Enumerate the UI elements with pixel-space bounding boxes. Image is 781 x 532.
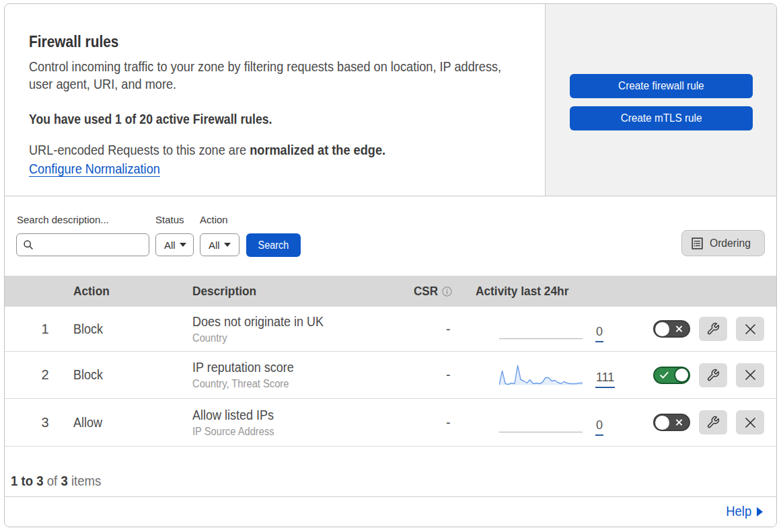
chevron-down-icon [180,243,186,247]
status-dropdown-value: All [164,239,176,251]
delete-rule-button[interactable] [736,410,764,434]
create-firewall-rule-button[interactable]: Create firewall rule [570,74,753,98]
rule-index: 1 [5,321,73,337]
rule-action: Allow [73,415,180,430]
check-icon [660,371,669,379]
items-word: items [71,473,101,488]
normalization-text: URL-encoded Requests to this zone are [29,142,246,157]
search-button[interactable]: Search [246,233,301,257]
activity-count-link[interactable]: 0 [595,325,603,342]
rule-csr-value: - [398,415,478,430]
edit-rule-button[interactable] [699,410,727,434]
rule-index: 2 [5,367,73,383]
header-text-block: Firewall rules Control incoming traffic … [5,4,546,196]
x-icon [675,326,683,333]
rule-controls-cell [635,317,776,341]
create-mtls-rule-label: Create mTLS rule [621,112,702,125]
close-icon [744,416,757,429]
activity-count-link[interactable]: 111 [595,371,615,388]
toggle-knob [655,416,669,430]
rule-activity-cell: 0 [478,410,635,436]
rule-description-cell: Allow listed IPs IP Source Address [192,407,398,439]
activity-sparkline [499,317,583,340]
table-header-csr: CSR [398,284,478,299]
table-header-row: Action Description CSR Activity last 24h… [5,276,776,307]
items-of: of [47,473,58,488]
action-dropdown[interactable]: All [200,233,239,256]
toggle-knob [655,322,669,336]
page-title: Firewall rules [29,32,118,52]
rule-index: 3 [5,415,73,430]
rule-enabled-toggle[interactable] [653,320,690,338]
create-actions-panel: Create firewall rule Create mTLS rule [545,4,776,196]
rule-enabled-toggle[interactable] [653,367,690,384]
x-icon [675,419,683,426]
table-header-action: Action [73,284,182,299]
rule-controls-cell [635,410,776,434]
rule-description-cell: Does not originate in UK Country [192,313,398,345]
usage-summary: You have used 1 of 20 active Firewall ru… [29,110,272,128]
items-count: 1 to 3 of 3 items [11,473,101,489]
search-box [16,233,149,256]
wrench-icon [706,322,720,336]
rule-description-cell: IP reputation score Country, Threat Scor… [192,359,398,391]
pagination-section: 1 to 3 of 3 items [5,447,776,497]
rule-description: IP reputation score [192,359,377,375]
wrench-icon [706,369,720,382]
chevron-down-icon [224,243,231,247]
edit-rule-button[interactable] [699,363,727,387]
rule-enabled-toggle[interactable] [653,414,690,431]
toggle-knob [675,369,688,381]
rule-action: Block [73,321,180,337]
rule-description: Allow listed IPs [192,407,377,423]
status-label: Status [155,214,184,225]
table-row: 1 Block Does not originate in UK Country… [5,307,776,352]
rule-csr-value: - [398,321,478,337]
ordering-button-label: Ordering [710,237,751,250]
firewall-rules-card: Firewall rules Control incoming traffic … [4,3,777,527]
filter-bar: Search description... Status All Action … [5,196,776,276]
items-total: 3 [61,473,67,488]
page-description-line1: Control incoming traffic to your zone by… [29,59,501,74]
activity-count-link[interactable]: 0 [595,418,603,436]
search-input[interactable] [34,234,149,256]
rule-controls-cell [635,363,776,387]
table-header-csr-label: CSR [414,284,438,299]
table-header-description: Description [192,284,379,299]
activity-sparkline [499,411,583,434]
rule-csr-value: - [398,367,478,383]
status-dropdown[interactable]: All [155,233,194,256]
wrench-icon [706,416,720,429]
page-description-line2: user agent, URI, and more. [29,76,176,91]
normalization-bold-text: normalized at the edge. [250,142,385,157]
table-body: 1 Block Does not originate in UK Country… [5,307,776,447]
table-row: 3 Allow Allow listed IPs IP Source Addre… [5,399,776,447]
help-section: Help [5,497,776,526]
delete-rule-button[interactable] [736,317,764,341]
create-mtls-rule-button[interactable]: Create mTLS rule [570,106,753,130]
rule-description: Does not originate in UK [192,313,377,330]
close-icon [744,323,757,336]
configure-normalization-link[interactable]: Configure Normalization [29,161,160,176]
delete-rule-button[interactable] [736,363,764,387]
help-link[interactable]: Help [724,504,763,519]
ordering-list-icon [692,237,703,250]
rule-criteria: IP Source Address [192,425,381,439]
rule-criteria: Country, Threat Score [192,377,381,391]
help-link-label: Help [726,504,751,519]
header-section: Firewall rules Control incoming traffic … [5,4,776,196]
items-range: 1 to 3 [11,473,44,488]
edit-rule-button[interactable] [699,317,727,341]
table-row: 2 Block IP reputation score Country, Thr… [5,352,776,399]
arrow-right-icon [757,507,763,517]
create-firewall-rule-label: Create firewall rule [618,79,704,93]
normalization-note: URL-encoded Requests to this zone are no… [29,141,385,178]
table-header-activity: Activity last 24hr [476,284,618,299]
info-icon[interactable] [442,287,452,297]
search-button-label: Search [258,239,289,252]
action-label: Action [200,214,228,225]
rule-activity-cell: 0 [478,316,635,342]
rule-criteria: Country [192,332,381,345]
page-description: Control incoming traffic to your zone by… [29,58,501,92]
ordering-button[interactable]: Ordering [681,230,765,256]
